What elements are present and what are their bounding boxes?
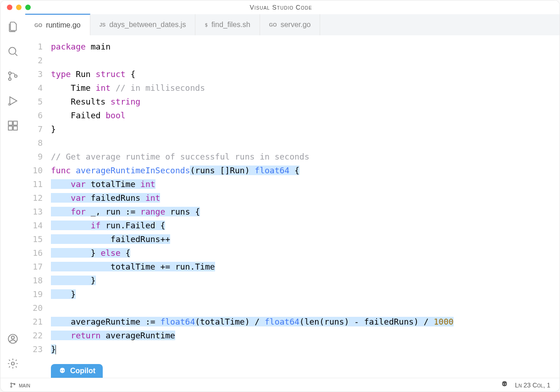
code-line[interactable]: 12 var failedRuns int [25,191,560,205]
tab-find_files-sh[interactable]: $find_files.sh [195,14,260,35]
line-content[interactable] [51,54,560,67]
line-content[interactable]: // Get average runtime of successful run… [51,150,560,164]
code-token: // in milliseconds [116,83,205,93]
code-token [51,331,71,340]
code-token [51,207,71,216]
code-token: } [51,289,76,299]
line-content[interactable]: for _, run := range runs { [51,205,560,219]
line-content[interactable]: averageRuntime := float64(totalTime) / f… [51,315,560,329]
code-line[interactable]: 11 var totalTime int [25,177,560,191]
line-content[interactable]: Time int // in milliseconds [51,81,560,95]
files-icon[interactable] [7,21,19,34]
line-number: 13 [25,205,51,219]
search-icon[interactable] [7,45,19,59]
code-line[interactable]: 1package main [25,40,560,54]
code-line[interactable]: 8 [25,136,560,150]
code-token: } [51,124,56,134]
code-line[interactable]: 18 } [25,274,560,287]
line-content[interactable] [51,301,560,315]
activity-bar [0,14,25,378]
extensions-icon[interactable] [7,120,19,133]
code-token: type [51,69,71,79]
code-line[interactable]: 2 [25,54,560,67]
code-line[interactable]: 16 } else { [25,246,560,260]
code-line[interactable]: 7} [25,122,560,136]
cursor-position[interactable]: Ln 23 Col, 1 [515,381,550,389]
line-content[interactable]: return averageRuntime [51,329,560,342]
status-bar: main Ln 23 Col, 1 [0,378,560,392]
svg-rect-5 [8,121,12,125]
tab-lang-badge: JS [100,22,105,28]
line-number: 19 [25,287,51,301]
code-line[interactable]: 15 failedRuns++ [25,232,560,246]
source-control-icon[interactable] [7,70,19,84]
code-token: main [91,42,111,51]
svg-rect-8 [13,121,17,125]
code-token: return [71,331,100,340]
line-content[interactable]: if run.Failed { [51,219,560,232]
line-number: 1 [25,40,51,54]
tab-runtime-go[interactable]: GOruntime.go [25,14,90,35]
code-token: range [140,207,165,216]
line-content[interactable]: } else { [51,246,560,260]
settings-gear-icon[interactable] [7,358,19,371]
code-token: package [51,42,86,51]
line-content[interactable]: } [51,274,560,287]
code-line[interactable]: 4 Time int // in milliseconds [25,81,560,95]
account-icon[interactable] [7,333,19,347]
tab-label: days_between_dates.js [109,21,186,29]
code-line[interactable]: 17 totalTime += run.Time [25,260,560,274]
line-content[interactable]: var totalTime int [51,177,560,191]
minimize-window-button[interactable] [16,5,22,10]
line-content[interactable]: Results string [51,95,560,109]
code-editor[interactable]: 1package main23type Run struct {4 Time i… [25,35,560,378]
code-token [71,166,76,175]
code-line[interactable]: 6 Failed bool [25,109,560,122]
line-content[interactable]: var failedRuns int [51,191,560,205]
branch-name: main [19,381,30,389]
line-content[interactable]: } [51,342,560,356]
tab-days_between_dates-js[interactable]: JSdays_between_dates.js [90,14,196,35]
code-line[interactable]: 21 averageRuntime := float64(totalTime) … [25,315,560,329]
code-line[interactable]: 5 Results string [25,95,560,109]
line-content[interactable]: Failed bool [51,109,560,122]
code-line[interactable]: 20 [25,301,560,315]
line-content[interactable]: } [51,122,560,136]
status-branch[interactable]: main [10,381,30,389]
code-line[interactable]: 9// Get average runtime of successful ru… [25,150,560,164]
svg-point-2 [9,78,11,80]
line-content[interactable]: totalTime += run.Time [51,260,560,274]
run-debug-icon[interactable] [7,95,19,109]
line-number: 2 [25,54,51,67]
code-line[interactable]: 14 if run.Failed { [25,219,560,232]
code-line[interactable]: 13 for _, run := range runs { [25,205,560,219]
tab-lang-badge: GO [269,22,277,28]
code-token: (totalTime) / [195,317,265,326]
copilot-badge[interactable]: Copilot [51,364,103,378]
line-number: 7 [25,122,51,136]
code-line[interactable]: 19 } [25,287,560,301]
code-token: runs { [165,207,200,216]
line-content[interactable]: } [51,287,560,301]
line-content[interactable]: failedRuns++ [51,232,560,246]
tab-server-go[interactable]: GOserver.go [260,14,321,35]
titlebar: Visual Studio Code [0,0,560,14]
line-content[interactable]: type Run struct { [51,67,560,81]
line-content[interactable]: package main [51,40,560,54]
code-token: averageRuntime := [51,317,160,326]
code-line[interactable]: 10func averageRuntimeInSeconds(runs []Ru… [25,164,560,177]
code-token: float64 [160,317,195,326]
maximize-window-button[interactable] [25,5,31,10]
line-content[interactable] [51,136,560,150]
code-line[interactable]: 3type Run struct { [25,67,560,81]
line-content[interactable]: func averageRuntimeInSeconds(runs []Run)… [51,164,560,177]
line-number: 4 [25,81,51,95]
code-token: } [51,276,96,285]
copilot-status-icon[interactable] [500,380,509,390]
code-token: struct [96,69,126,79]
code-token: if [91,221,101,230]
code-line[interactable]: 22 return averageRuntime [25,329,560,342]
close-window-button[interactable] [7,5,12,10]
code-token [86,42,91,51]
code-line[interactable]: 23} [25,342,560,356]
